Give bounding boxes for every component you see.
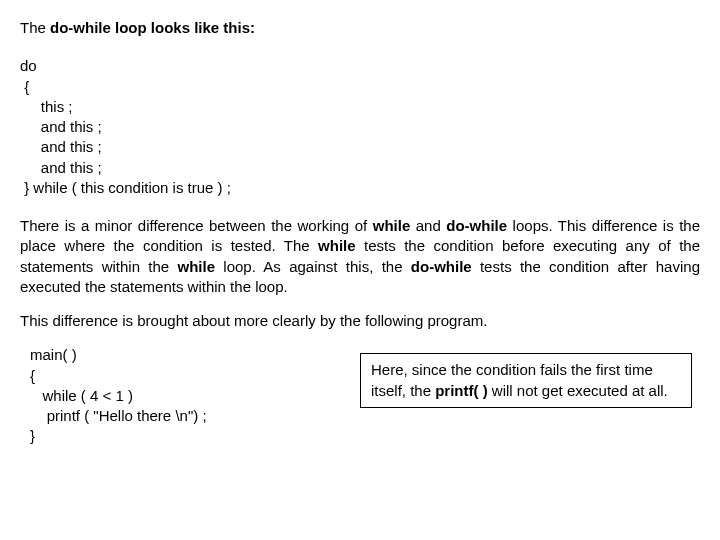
paragraph-lead-in: This difference is brought about more cl… xyxy=(20,311,700,331)
paragraph-difference: There is a minor difference between the … xyxy=(20,216,700,297)
heading-pre: The xyxy=(20,19,50,36)
p1-t1: There is a minor difference between the … xyxy=(20,217,373,234)
note-t2: will not get executed at all. xyxy=(488,382,668,399)
p1-b5: do-while xyxy=(411,258,472,275)
p1-b3: while xyxy=(318,237,356,254)
p1-b2: do-while xyxy=(446,217,507,234)
p1-b1: while xyxy=(373,217,411,234)
heading: The do-while loop looks like this: xyxy=(20,18,700,38)
do-while-pseudocode: do { this ; and this ; and this ; and th… xyxy=(20,56,700,198)
p1-b4: while xyxy=(178,258,216,275)
p1-t5: loop. As against this, the xyxy=(215,258,411,275)
note-box: Here, since the condition fails the firs… xyxy=(360,353,692,408)
p1-t2: and xyxy=(410,217,446,234)
example-row: main( ) { while ( 4 < 1 ) printf ( "Hell… xyxy=(20,345,700,446)
example-code: main( ) { while ( 4 < 1 ) printf ( "Hell… xyxy=(20,345,330,446)
heading-bold: do-while loop looks like this: xyxy=(50,19,255,36)
note-b1: printf( ) xyxy=(435,382,487,399)
